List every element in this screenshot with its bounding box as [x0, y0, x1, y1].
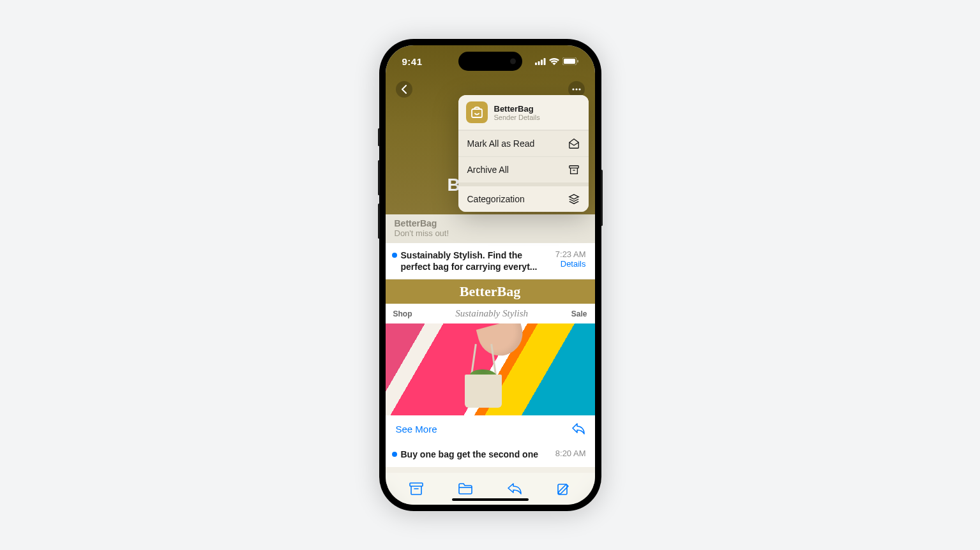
menu-item-categorization[interactable]: Categorization — [458, 182, 589, 212]
envelope-open-icon — [568, 138, 580, 149]
status-time: 9:41 — [402, 56, 423, 67]
phone-frame: 9:41 BetterBag PROMOTIONS BetterBag Don'… — [379, 39, 601, 511]
layers-icon — [568, 193, 580, 205]
menu-item-label: Categorization — [467, 194, 525, 204]
svg-rect-6 — [577, 60, 578, 63]
svg-rect-14 — [472, 109, 482, 117]
svg-rect-15 — [569, 166, 578, 168]
menu-subtitle: Sender Details — [494, 114, 581, 121]
battery-icon — [562, 57, 578, 65]
menu-item-archive[interactable]: Archive All — [458, 156, 589, 182]
menu-item-mark-read[interactable]: Mark All as Read — [458, 130, 589, 156]
volume-up-button — [378, 160, 380, 195]
cellular-icon — [535, 58, 546, 65]
phone-screen: 9:41 BetterBag PROMOTIONS BetterBag Don'… — [386, 45, 595, 505]
menu-item-label: Archive All — [467, 165, 509, 175]
side-button — [378, 128, 380, 146]
svg-rect-5 — [564, 59, 575, 64]
wifi-icon — [549, 58, 559, 65]
svg-rect-3 — [543, 58, 545, 65]
archive-box-icon — [568, 164, 580, 175]
menu-sender-name: BetterBag — [494, 104, 581, 114]
menu-item-label: Mark All as Read — [467, 138, 535, 149]
svg-rect-1 — [538, 61, 539, 65]
menu-header[interactable]: BetterBag Sender Details — [458, 95, 589, 130]
home-indicator[interactable] — [452, 498, 529, 501]
svg-rect-2 — [541, 59, 543, 65]
volume-down-button — [378, 204, 380, 239]
status-icons — [535, 57, 578, 65]
sender-avatar-icon — [466, 101, 488, 123]
context-menu: BetterBag Sender Details Mark All as Rea… — [458, 95, 589, 212]
svg-rect-0 — [535, 63, 537, 65]
dynamic-island — [458, 52, 522, 71]
power-button — [601, 170, 603, 226]
